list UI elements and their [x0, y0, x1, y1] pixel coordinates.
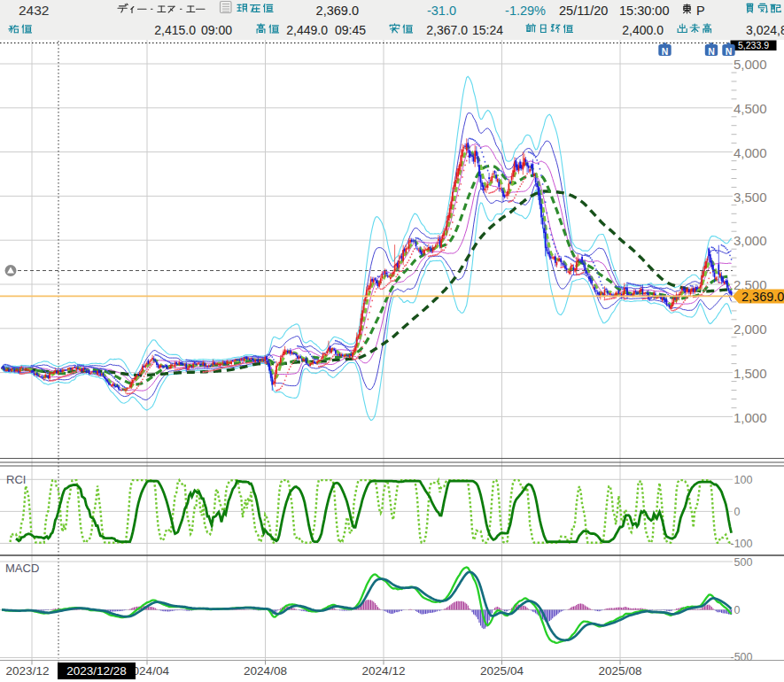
svg-text:2024/12: 2024/12 — [362, 664, 406, 678]
svg-text:2025/08: 2025/08 — [599, 664, 642, 678]
svg-text:2,449.0: 2,449.0 — [286, 23, 328, 37]
svg-text:5,000: 5,000 — [734, 57, 767, 72]
svg-text:1,000: 1,000 — [734, 410, 767, 425]
svg-text:100: 100 — [734, 474, 753, 486]
svg-text:2,415.0: 2,415.0 — [154, 23, 196, 37]
svg-text:2,000: 2,000 — [734, 322, 767, 337]
svg-text:09:45: 09:45 — [335, 23, 366, 37]
svg-text:2,367.0: 2,367.0 — [426, 23, 468, 37]
svg-text:3,000: 3,000 — [734, 233, 767, 248]
svg-text:MACD: MACD — [5, 562, 39, 575]
svg-text:25/11/20: 25/11/20 — [559, 4, 608, 18]
svg-text:2,369.0: 2,369.0 — [316, 4, 359, 18]
svg-text:2,400.0: 2,400.0 — [622, 23, 664, 37]
svg-text:500: 500 — [734, 556, 753, 569]
svg-text:-1.29%: -1.29% — [505, 4, 546, 18]
svg-text:N: N — [708, 46, 715, 57]
svg-text:4,000: 4,000 — [734, 145, 767, 160]
svg-text:2024/08: 2024/08 — [244, 664, 287, 678]
svg-text:4,500: 4,500 — [734, 101, 767, 116]
svg-text:09:00: 09:00 — [201, 23, 232, 37]
svg-text:15:24: 15:24 — [472, 23, 503, 37]
svg-text:3,024,8: 3,024,8 — [746, 23, 784, 37]
svg-text:-100: -100 — [731, 538, 753, 550]
svg-text:3,500: 3,500 — [734, 190, 767, 205]
svg-text:5,233.9: 5,233.9 — [738, 40, 769, 50]
svg-text:2023/12: 2023/12 — [6, 664, 50, 678]
svg-text:N: N — [662, 46, 669, 57]
svg-text:2432: 2432 — [19, 3, 49, 18]
svg-text:2025/04: 2025/04 — [480, 664, 524, 678]
svg-text:-500: -500 — [731, 651, 753, 663]
svg-text:2,369.0: 2,369.0 — [741, 290, 784, 304]
svg-text:1,500: 1,500 — [734, 366, 767, 381]
svg-text:RCI: RCI — [6, 473, 26, 486]
svg-text:0: 0 — [734, 506, 741, 518]
svg-text:15:30:00: 15:30:00 — [619, 4, 669, 18]
svg-text:-31.0: -31.0 — [427, 4, 456, 18]
svg-text:0: 0 — [734, 604, 741, 616]
svg-text:N: N — [726, 46, 733, 57]
svg-text:2023/12/28: 2023/12/28 — [66, 664, 127, 678]
svg-text:P: P — [696, 4, 705, 18]
